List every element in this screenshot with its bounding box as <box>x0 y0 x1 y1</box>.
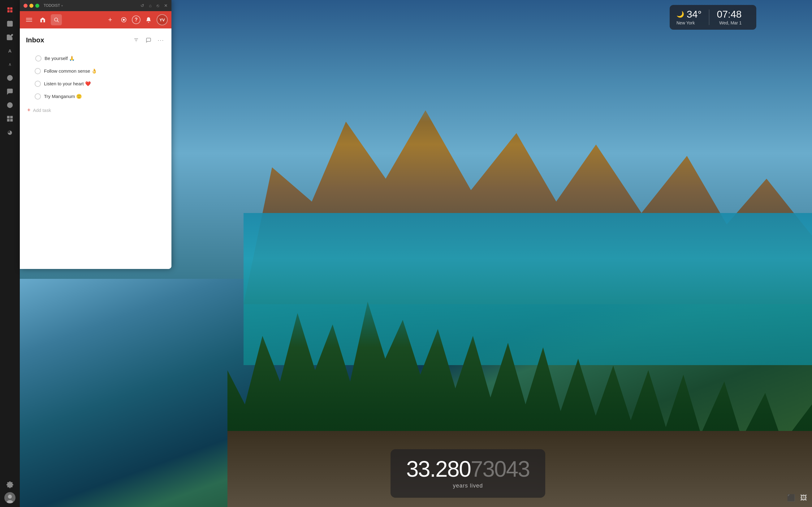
window-titlebar: TODOIST ▾ ↺ ⌂ ⎋ ✕ <box>20 0 171 11</box>
date-display: Wed, Mar 1 <box>719 20 742 25</box>
app-title: TODOIST ▾ <box>44 3 63 8</box>
activity-button[interactable] <box>118 14 130 25</box>
task-more-icon[interactable]: ··· <box>158 81 164 87</box>
add-task-label: Add task <box>33 108 51 113</box>
avatar-initials: YV <box>159 18 165 22</box>
task-checkbox-3[interactable] <box>35 81 41 87</box>
help-button[interactable]: ? <box>132 15 141 24</box>
sidebar-item-settings[interactable] <box>4 478 16 491</box>
task-edit-icon[interactable]: ✏ <box>150 93 156 99</box>
app-content: Inbox ··· <box>20 29 171 269</box>
time-display-section: 07:48 Wed, Mar 1 <box>717 9 742 25</box>
weather-left: 🌙 34° New York <box>676 9 702 25</box>
weather-city: New York <box>676 20 695 25</box>
sidebar-item-edit[interactable] <box>4 31 16 43</box>
svg-line-23 <box>57 21 58 22</box>
titlebar-external-icon[interactable]: ⎋ <box>157 3 159 8</box>
sidebar-item-pacman[interactable]: ◕ <box>4 126 16 138</box>
inbox-title: Inbox <box>26 36 132 44</box>
svg-rect-2 <box>7 10 10 12</box>
task-checkbox-1[interactable] <box>35 55 42 61</box>
svg-rect-11 <box>7 116 9 118</box>
more-options-button[interactable]: ··· <box>157 36 165 45</box>
app-name-text: TODOIST <box>44 3 60 8</box>
svg-rect-12 <box>10 116 12 118</box>
title-dropdown-icon[interactable]: ▾ <box>61 4 63 7</box>
task-more-icon[interactable]: ··· <box>158 55 164 61</box>
notifications-button[interactable] <box>143 14 154 25</box>
task-checkbox-2[interactable] <box>35 68 41 74</box>
task-item[interactable]: ⠿ Be yourself 🙏 ✏ ··· <box>26 52 165 65</box>
titlebar-reload-icon[interactable]: ↺ <box>141 3 144 8</box>
inbox-header: Inbox ··· <box>26 36 165 45</box>
sidebar-item-grid[interactable] <box>4 113 16 125</box>
task-edit-icon[interactable]: ✏ <box>150 68 156 74</box>
task-text-4: Try Manganum 🙂 <box>44 93 147 100</box>
sidebar-item-layers[interactable] <box>4 4 16 16</box>
window-close-button[interactable] <box>23 4 28 8</box>
task-edit-icon[interactable]: ✏ <box>150 55 156 61</box>
add-task-plus-icon: + <box>27 107 31 113</box>
task-more-icon[interactable]: ··· <box>158 68 164 74</box>
sidebar-item-calendar[interactable]: 10 <box>4 17 16 30</box>
pacman-label: ◕ <box>7 129 12 136</box>
sidebar-item-collapse[interactable]: ∧ <box>4 58 16 70</box>
filter-button[interactable] <box>132 36 141 45</box>
time-display: 07:48 <box>717 9 742 19</box>
task-text-1: Be yourself 🙏 <box>45 55 147 61</box>
svg-rect-3 <box>10 10 12 12</box>
task-item[interactable]: Follow common sense 👌 ✏ ··· <box>26 65 165 77</box>
life-number: 33.28073043 <box>405 458 530 480</box>
svg-rect-14 <box>10 119 12 121</box>
user-avatar[interactable] <box>4 492 15 503</box>
sidebar-item-clock[interactable] <box>4 72 16 84</box>
todoist-window: TODOIST ▾ ↺ ⌂ ⎋ ✕ <box>20 0 171 269</box>
svg-rect-0 <box>7 7 10 10</box>
window-maximize-button[interactable] <box>35 4 39 8</box>
user-toolbar-avatar[interactable]: YV <box>157 14 168 25</box>
titlebar-close-icon[interactable]: ✕ <box>164 3 168 8</box>
titlebar-controls: ↺ ⌂ ⎋ ✕ <box>141 3 168 8</box>
svg-rect-13 <box>7 119 9 121</box>
svg-rect-21 <box>26 21 32 22</box>
left-sidebar: 10 A ∧ <box>0 0 20 507</box>
svg-rect-19 <box>26 18 32 18</box>
translate-label: A <box>8 48 12 53</box>
task-item[interactable]: Try Manganum 🙂 ✏ ··· <box>26 90 165 103</box>
life-label: years lived <box>405 483 530 489</box>
task-more-icon[interactable]: ··· <box>158 93 164 99</box>
task-list: ⠿ Be yourself 🙏 ✏ ··· Follow common sens… <box>26 52 165 103</box>
svg-point-25 <box>123 19 125 21</box>
task-edit-icon[interactable]: ✏ <box>150 81 156 87</box>
task-checkbox-4[interactable] <box>35 93 41 100</box>
menu-button[interactable] <box>23 14 35 25</box>
svg-point-22 <box>54 18 58 21</box>
task-item[interactable]: Listen to your heart ❤️ ✏ ··· <box>26 77 165 90</box>
weather-divider <box>709 10 709 25</box>
titlebar-home-icon[interactable]: ⌂ <box>149 3 152 8</box>
life-number-bright: 33.280 <box>406 457 471 481</box>
inbox-actions: ··· <box>132 36 165 45</box>
wallpaper-icon[interactable]: 🖼 <box>800 494 807 502</box>
sidebar-item-translate[interactable]: A <box>4 45 16 57</box>
weather-widget: 🌙 34° New York 07:48 Wed, Mar 1 <box>670 5 756 30</box>
app-toolbar: + ? YV <box>20 11 171 29</box>
weather-moon-icon: 🌙 <box>676 10 684 18</box>
collapse-label: ∧ <box>8 62 11 67</box>
sidebar-item-chat[interactable] <box>4 85 16 98</box>
task-text-2: Follow common sense 👌 <box>44 68 147 74</box>
svg-rect-20 <box>26 19 32 20</box>
window-minimize-button[interactable] <box>30 4 34 8</box>
comment-view-button[interactable] <box>144 36 153 45</box>
add-task-button[interactable]: + Add task <box>26 104 165 117</box>
sidebar-item-ai[interactable] <box>4 99 16 111</box>
bottom-right-icons: ⬛ 🖼 <box>787 494 807 502</box>
search-button[interactable] <box>51 14 62 25</box>
svg-rect-1 <box>10 7 12 10</box>
home-button[interactable] <box>37 14 48 25</box>
life-number-dim: 73043 <box>471 457 529 481</box>
svg-point-17 <box>8 495 12 499</box>
display-settings-icon[interactable]: ⬛ <box>787 494 795 502</box>
task-text-3: Listen to your heart ❤️ <box>44 80 147 87</box>
add-task-toolbar-button[interactable]: + <box>105 14 116 25</box>
